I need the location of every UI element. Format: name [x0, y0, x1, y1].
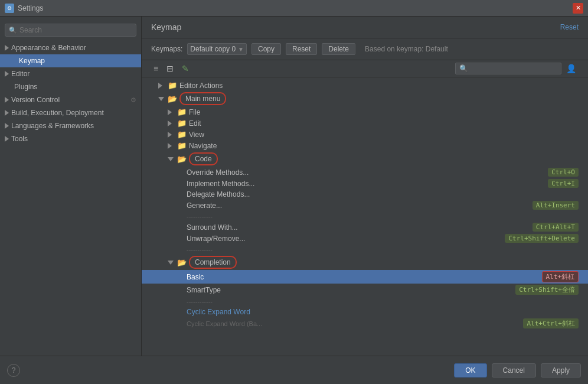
tree-label-code: Code	[189, 152, 218, 165]
reset-button[interactable]: Reset	[286, 43, 317, 55]
tree-label-surround: Surround With...	[187, 223, 238, 232]
tree-arrow-completion	[168, 261, 175, 265]
separator-3: ------------	[187, 297, 213, 305]
tree-item-editor-actions[interactable]: 📁 Editor Actions	[142, 80, 588, 91]
sidebar-item-appearance[interactable]: Appearance & Behavior	[0, 41, 141, 54]
arrow-icon-editor	[5, 71, 9, 77]
content-title: Keymap	[151, 22, 181, 32]
sidebar-item-keymap[interactable]: Keymap	[0, 54, 141, 67]
header-reset-link[interactable]: Reset	[560, 23, 579, 31]
tree-item-smarttype[interactable]: SmartType Ctrl+Shift+全倍	[142, 284, 588, 296]
tree-label-main-menu: Main menu	[179, 92, 226, 105]
tree-item-code[interactable]: 📂 Code	[142, 151, 588, 167]
copy-button[interactable]: Copy	[251, 43, 281, 55]
app-icon: ⚙	[5, 4, 14, 13]
separator-2: ------------	[187, 245, 213, 253]
tree-search-input[interactable]	[455, 63, 561, 74]
delete-button[interactable]: Delete	[322, 43, 355, 55]
tree-item-implement[interactable]: Implement Methods... Ctrl+I	[142, 178, 588, 189]
tree-item-generate[interactable]: Generate... Alt+Insert	[142, 200, 588, 211]
tree-item-override[interactable]: Override Methods... Ctrl+O	[142, 167, 588, 178]
tree-item-cyclic2[interactable]: Cyclic Expand Word (Ba... Alt+Ctrl+斜杠	[142, 317, 588, 330]
keymap-dropdown[interactable]: Default copy 0 ▼	[187, 43, 247, 55]
shortcut-generate: Alt+Insert	[533, 201, 579, 210]
tree-item-basic[interactable]: Basic Alt+斜杠	[142, 270, 588, 284]
keymap-dropdown-value: Default copy 0	[190, 45, 236, 53]
keymaps-label: Keymaps:	[151, 45, 182, 53]
bottom-actions: OK Cancel Apply	[454, 363, 581, 378]
tree-label-completion: Completion	[189, 256, 237, 269]
help-button[interactable]: ?	[7, 364, 20, 377]
bottom-bar: ? OK Cancel Apply	[0, 356, 588, 384]
arrow-icon-languages	[5, 123, 9, 129]
cancel-button[interactable]: Cancel	[492, 363, 536, 378]
tree-label-unwrap: Unwrap/Remove...	[187, 235, 245, 243]
title-bar: ⚙ Settings ✕	[0, 0, 588, 17]
tree-label-generate: Generate...	[187, 201, 222, 210]
tree-item-completion[interactable]: 📂 Completion	[142, 255, 588, 270]
edit-shortcut-button[interactable]: ✎	[179, 63, 191, 74]
based-on-label: Based on keymap: Default	[365, 45, 448, 53]
folder-icon-completion: 📂	[177, 258, 187, 267]
keymap-toolbar: Keymaps: Default copy 0 ▼ Copy Reset Del…	[142, 38, 588, 60]
sidebar-search-input[interactable]	[19, 26, 132, 34]
sidebar-item-plugins-label: Plugins	[14, 83, 37, 91]
sidebar-item-appearance-label: Appearance & Behavior	[11, 44, 86, 52]
ok-button[interactable]: OK	[454, 363, 486, 378]
expand-all-button[interactable]: ≡	[151, 63, 161, 74]
shortcut-cyclic2: Alt+Ctrl+斜杠	[523, 318, 579, 328]
tree-label-file: File	[189, 108, 200, 116]
keymap-dropdown-arrow: ▼	[238, 46, 244, 53]
tree-label-cyclic2: Cyclic Expand Word (Ba...	[187, 320, 262, 327]
tree-item-delegate[interactable]: Delegate Methods...	[142, 189, 588, 200]
tree-item-surround[interactable]: Surround With... Ctrl+Alt+T	[142, 222, 588, 233]
sidebar-item-keymap-label: Keymap	[19, 57, 45, 65]
tree-item-main-menu[interactable]: 📂 Main menu	[142, 91, 588, 106]
shortcut-basic: Alt+斜杠	[542, 271, 579, 282]
apply-button[interactable]: Apply	[541, 363, 581, 378]
tree-item-unwrap[interactable]: Unwrap/Remove... Ctrl+Shift+Delete	[142, 233, 588, 244]
arrow-icon-build	[5, 110, 9, 116]
close-button[interactable]: ✕	[573, 3, 583, 14]
tree-item-view[interactable]: 📁 View	[142, 129, 588, 140]
folder-icon-code: 📂	[177, 155, 187, 164]
collapse-all-button[interactable]: ⊟	[164, 63, 176, 74]
shortcut-override: Ctrl+O	[548, 168, 579, 177]
tree-toolbar: ≡ ⊟ ✎ 👤	[142, 60, 588, 77]
person-icon-button[interactable]: 👤	[564, 63, 579, 74]
folder-icon-navigate: 📁	[177, 141, 187, 150]
tree-label-editor-actions: Editor Actions	[179, 82, 223, 90]
sidebar-item-tools[interactable]: Tools	[0, 132, 141, 145]
tree-label-edit: Edit	[189, 119, 201, 128]
sidebar-item-plugins[interactable]: Plugins	[0, 80, 141, 93]
tree-separator-3: ------------	[142, 296, 588, 307]
sidebar-item-build-label: Build, Execution, Deployment	[11, 109, 104, 117]
content-header: Keymap Reset	[142, 17, 588, 38]
shortcut-smarttype: Ctrl+Shift+全倍	[515, 285, 579, 295]
tree-arrow-code	[168, 157, 175, 161]
tree-item-edit[interactable]: 📁 Edit	[142, 118, 588, 129]
tree-arrow-file	[168, 109, 175, 115]
sidebar-item-languages[interactable]: Languages & Frameworks	[0, 119, 141, 132]
folder-icon-file: 📁	[177, 108, 187, 116]
tree-item-cyclic[interactable]: Cyclic Expand Word	[142, 307, 588, 317]
shortcut-implement: Ctrl+I	[548, 179, 579, 188]
tree-label-view: View	[189, 131, 204, 139]
tree-arrow-edit	[168, 121, 175, 126]
tree-label-smarttype: SmartType	[187, 286, 221, 294]
tree-item-file[interactable]: 📁 File	[142, 106, 588, 118]
folder-icon-view: 📁	[177, 130, 187, 139]
tree-label-basic: Basic	[187, 273, 204, 281]
content-area: Keymap Reset Keymaps: Default copy 0 ▼ C…	[142, 17, 588, 356]
sidebar-item-build[interactable]: Build, Execution, Deployment	[0, 106, 141, 119]
sidebar-item-editor[interactable]: Editor	[0, 67, 141, 80]
sidebar-item-vcs[interactable]: Version Control ⚙	[0, 93, 141, 106]
tree-item-navigate[interactable]: 📁 Navigate	[142, 140, 588, 151]
separator-1: ------------	[187, 212, 213, 220]
tree-label-delegate: Delegate Methods...	[187, 190, 250, 198]
sidebar-search-box[interactable]: 🔍	[5, 24, 136, 37]
tree-arrow-editor-actions	[158, 83, 165, 89]
tree-separator-1: ------------	[142, 211, 588, 222]
tree-label-implement: Implement Methods...	[187, 180, 254, 188]
tree-separator-2: ------------	[142, 244, 588, 255]
